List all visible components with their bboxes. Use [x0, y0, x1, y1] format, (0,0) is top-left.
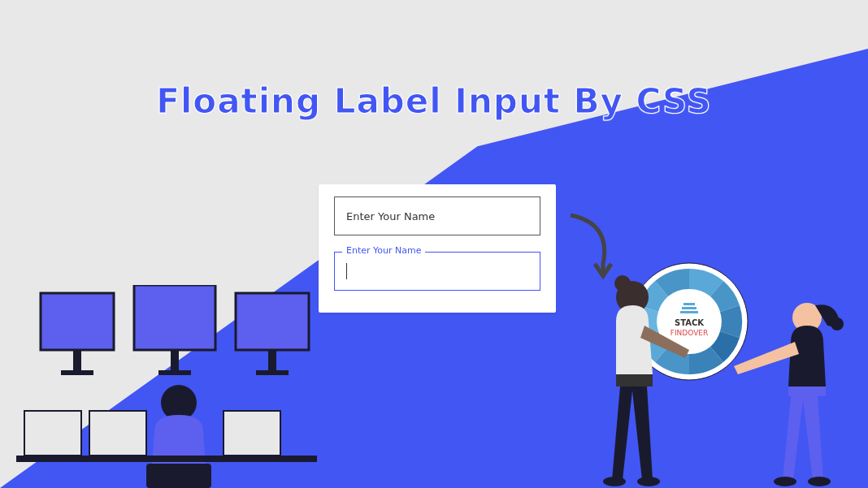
- illustration-people-right: [575, 261, 852, 488]
- page-title: Floating Label Input By CSS: [156, 81, 711, 121]
- svg-rect-14: [146, 464, 211, 488]
- svg-rect-1: [73, 350, 81, 370]
- text-cursor: [346, 263, 347, 279]
- svg-point-24: [637, 477, 660, 486]
- svg-rect-9: [24, 411, 81, 456]
- svg-rect-2: [61, 370, 93, 375]
- svg-point-29: [808, 477, 831, 486]
- svg-rect-6: [236, 293, 309, 350]
- name-input-floating-wrap: Enter Your Name: [334, 252, 540, 291]
- svg-rect-4: [171, 350, 179, 370]
- svg-point-26: [831, 317, 844, 330]
- svg-point-28: [774, 477, 796, 486]
- svg-rect-7: [268, 350, 276, 370]
- svg-rect-27: [788, 387, 826, 396]
- name-input-focused[interactable]: [334, 252, 540, 291]
- input-card: Enter Your Name Enter Your Name: [319, 184, 556, 313]
- floating-label: Enter Your Name: [342, 245, 425, 256]
- svg-rect-10: [89, 411, 146, 456]
- svg-rect-8: [256, 370, 289, 375]
- svg-rect-3: [134, 285, 215, 350]
- svg-rect-11: [224, 411, 280, 456]
- svg-rect-13: [16, 456, 317, 462]
- svg-point-23: [603, 477, 626, 486]
- svg-point-21: [614, 275, 631, 292]
- name-input-default[interactable]: Enter Your Name: [334, 196, 540, 235]
- svg-rect-0: [41, 293, 114, 350]
- illustration-desk-person: [16, 285, 325, 488]
- svg-rect-22: [616, 374, 653, 387]
- placeholder-text: Enter Your Name: [346, 210, 435, 222]
- svg-rect-5: [158, 370, 191, 375]
